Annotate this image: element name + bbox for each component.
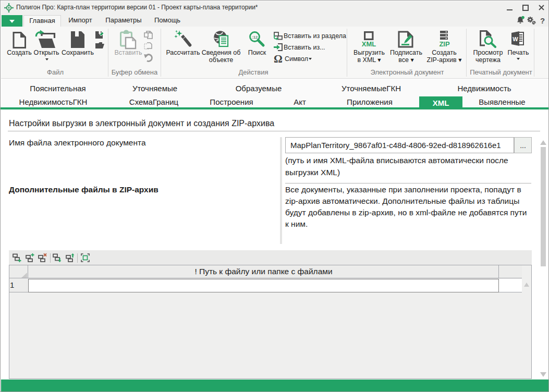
- svg-text:XML: XML: [362, 40, 376, 48]
- svg-text:W: W: [513, 36, 518, 42]
- svg-text:ZIP: ZIP: [439, 40, 450, 48]
- svg-text::12: :12: [252, 35, 258, 40]
